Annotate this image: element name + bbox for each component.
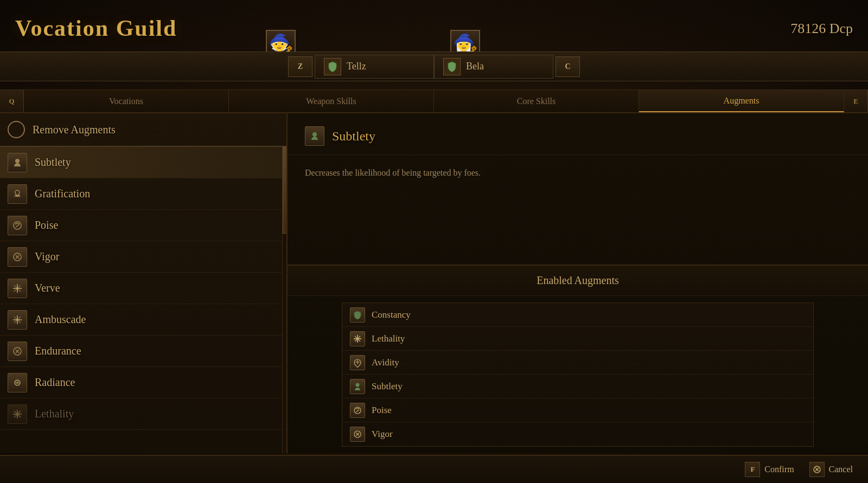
remove-augments-button[interactable]: Remove Augments bbox=[0, 113, 286, 147]
radiance-icon bbox=[8, 373, 27, 392]
shield-icon-bela bbox=[446, 61, 458, 73]
skill-name-poise: Poise bbox=[35, 219, 58, 231]
enabled-item-vigor[interactable]: Vigor bbox=[342, 422, 813, 446]
skill-name-endurance: Endurance bbox=[35, 345, 81, 357]
svg-point-0 bbox=[15, 159, 20, 163]
enabled-augments-list: Constancy Lethality bbox=[342, 302, 814, 447]
detail-skill-icon bbox=[305, 126, 324, 146]
detail-skill-title: Subtlety bbox=[332, 129, 375, 144]
scroll-track[interactable] bbox=[282, 147, 286, 453]
detail-subtlety-icon bbox=[309, 130, 321, 142]
char-icon-tellz bbox=[324, 58, 341, 75]
enabled-subtlety-icon bbox=[350, 379, 365, 394]
skill-item-subtlety[interactable]: Subtlety bbox=[0, 147, 286, 178]
tab-augments[interactable]: Augments bbox=[639, 90, 844, 112]
skill-item-poise[interactable]: Poise bbox=[0, 210, 286, 241]
poise-icon bbox=[8, 216, 27, 235]
page: Vocation Guild 78126 Dcp 🧙 🧙‍♀️ Z Tellz bbox=[0, 0, 868, 483]
endurance-icon-svg bbox=[11, 345, 23, 357]
skill-name-radiance: Radiance bbox=[35, 376, 75, 389]
confirm-action[interactable]: F Confirm bbox=[745, 462, 794, 477]
detail-header: Subtlety bbox=[288, 113, 868, 155]
svg-point-19 bbox=[312, 132, 317, 137]
skill-name-lethality: Lethality bbox=[35, 408, 74, 420]
enabled-name-lethality: Lethality bbox=[372, 333, 405, 344]
verve-icon-svg bbox=[11, 282, 23, 294]
avidity-icon-svg bbox=[353, 358, 362, 368]
verve-icon bbox=[8, 279, 27, 298]
tab-weapon-skills[interactable]: Weapon Skills bbox=[229, 90, 434, 112]
enabled-item-constancy[interactable]: Constancy bbox=[342, 303, 813, 327]
detail-spacer bbox=[288, 191, 868, 265]
enabled-name-constancy: Constancy bbox=[372, 310, 411, 320]
character-bar: Z Tellz Bela C bbox=[0, 51, 868, 81]
constancy-icon bbox=[350, 307, 365, 323]
lethality-enabled-icon-svg bbox=[353, 334, 362, 344]
enabled-vigor-icon bbox=[350, 427, 365, 442]
subtlety-icon bbox=[8, 153, 27, 172]
skill-item-endurance[interactable]: Endurance bbox=[0, 336, 286, 367]
poise-icon-svg bbox=[11, 220, 23, 231]
enabled-lethality-icon bbox=[350, 331, 365, 346]
skill-name-gratification: Gratification bbox=[35, 188, 90, 200]
remove-augments-icon bbox=[8, 121, 25, 138]
vigor-enabled-icon-svg bbox=[353, 429, 362, 439]
skill-item-lethality[interactable]: Lethality bbox=[0, 398, 286, 430]
skill-item-gratification[interactable]: Gratification bbox=[0, 178, 286, 210]
scroll-thumb[interactable] bbox=[283, 147, 287, 234]
avidity-icon bbox=[350, 355, 365, 370]
skill-list-panel: Remove Augments Subtlety bbox=[0, 113, 288, 453]
currency-display: 78126 Dcp bbox=[790, 21, 853, 37]
char-left-key[interactable]: Z bbox=[288, 56, 312, 77]
enabled-item-avidity[interactable]: Avidity bbox=[342, 351, 813, 375]
main-content: Remove Augments Subtlety bbox=[0, 113, 868, 453]
ambuscade-icon bbox=[8, 310, 27, 330]
enabled-item-poise[interactable]: Poise bbox=[342, 398, 813, 422]
enabled-name-vigor: Vigor bbox=[372, 429, 393, 440]
radiance-icon-svg bbox=[11, 377, 23, 389]
nav-bar: Q Vocations Weapon Skills Core Skills Au… bbox=[0, 89, 868, 113]
endurance-icon bbox=[8, 342, 27, 361]
skill-item-vigor[interactable]: Vigor bbox=[0, 241, 286, 273]
gratification-icon-svg bbox=[11, 188, 23, 200]
tab-core-skills[interactable]: Core Skills bbox=[434, 90, 639, 112]
confirm-label: Confirm bbox=[764, 465, 794, 474]
ambuscade-icon-svg bbox=[11, 314, 23, 326]
char-name-bela: Bela bbox=[466, 61, 484, 72]
confirm-key: F bbox=[745, 462, 760, 477]
svg-point-26 bbox=[356, 383, 360, 387]
cancel-action[interactable]: Cancel bbox=[809, 462, 853, 477]
remove-augments-label: Remove Augments bbox=[33, 124, 116, 136]
skill-item-ambuscade[interactable]: Ambuscade bbox=[0, 304, 286, 336]
enabled-poise-icon bbox=[350, 403, 365, 418]
char-right-key[interactable]: C bbox=[556, 56, 580, 77]
subtlety-icon-svg bbox=[11, 157, 23, 169]
detail-panel: Subtlety Decreases the likelihood of bei… bbox=[288, 113, 868, 453]
bottom-bar: F Confirm Cancel bbox=[0, 455, 868, 483]
tab-vocations[interactable]: Vocations bbox=[24, 90, 229, 112]
skill-name-ambuscade: Ambuscade bbox=[35, 313, 86, 326]
enabled-item-subtlety[interactable]: Subtlety bbox=[342, 375, 813, 398]
skill-item-verve[interactable]: Verve bbox=[0, 273, 286, 304]
char-slot-bela[interactable]: Bela bbox=[434, 55, 553, 79]
skill-item-radiance[interactable]: Radiance bbox=[0, 367, 286, 398]
enabled-item-lethality[interactable]: Lethality bbox=[342, 327, 813, 351]
poise-enabled-icon-svg bbox=[353, 405, 362, 415]
skill-name-subtlety: Subtlety bbox=[35, 156, 71, 169]
subtlety-enabled-icon-svg bbox=[353, 382, 362, 391]
enabled-name-subtlety: Subtlety bbox=[372, 381, 403, 392]
vigor-icon-svg bbox=[11, 251, 23, 263]
nav-left-key[interactable]: Q bbox=[0, 90, 24, 112]
detail-description: Decreases the likelihood of being target… bbox=[288, 155, 559, 191]
constancy-icon-svg bbox=[353, 310, 362, 320]
page-title: Vocation Guild bbox=[15, 15, 177, 41]
skill-name-verve: Verve bbox=[35, 282, 60, 294]
svg-point-14 bbox=[16, 382, 18, 384]
cancel-icon bbox=[813, 465, 821, 474]
skill-name-vigor: Vigor bbox=[35, 250, 59, 263]
enabled-augments-section: Enabled Augments Constancy bbox=[288, 265, 868, 453]
nav-right-key[interactable]: E bbox=[844, 90, 868, 112]
lethality-icon-svg bbox=[11, 408, 23, 420]
char-slot-tellz[interactable]: Tellz bbox=[315, 55, 434, 79]
char-name-tellz: Tellz bbox=[347, 61, 366, 72]
